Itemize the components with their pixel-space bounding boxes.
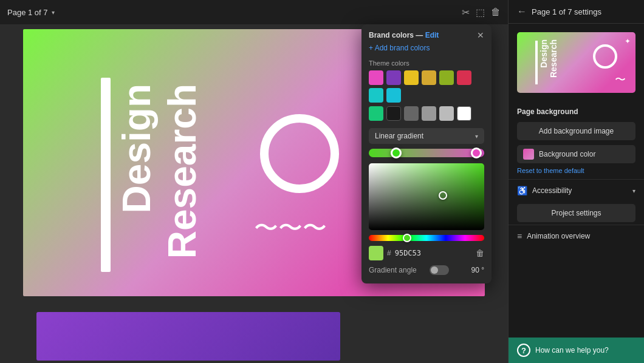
toolbar-icons: ✂ ⬚ 🗑 [462, 7, 501, 18]
help-bar[interactable]: ? How can we help you? [509, 338, 644, 363]
swatch-green[interactable] [369, 106, 383, 121]
picker-cursor[interactable] [439, 191, 447, 200]
swatch-pink[interactable] [369, 70, 383, 85]
back-arrow-icon[interactable]: ← [517, 6, 527, 17]
gradient-thumb-left[interactable] [391, 148, 402, 158]
right-panel-title: Page 1 of 7 settings [532, 7, 601, 16]
swatch-purple[interactable] [386, 70, 401, 85]
preview-circle [593, 44, 617, 69]
hex-hash-symbol: # [387, 249, 391, 257]
gradient-slider[interactable] [369, 149, 484, 157]
toggle-knob [431, 266, 438, 274]
preview-wave: 〜 [615, 72, 626, 87]
background-color-button[interactable]: Background color [517, 145, 635, 163]
theme-color-swatches [361, 70, 492, 106]
hex-input-row: # 🗑 [369, 246, 484, 260]
animation-icon: ≡ [517, 231, 522, 241]
swatch-cyan[interactable] [386, 88, 401, 103]
gradient-thumb-right[interactable] [471, 148, 482, 158]
hue-thumb[interactable] [403, 234, 411, 242]
add-brand-colors-button[interactable]: + Add brand colors [369, 44, 484, 52]
color-popup: Brand colors — Edit ✕ + Add brand colors… [361, 24, 492, 283]
swatch-black[interactable] [386, 106, 401, 121]
swatch-lightgray[interactable] [439, 106, 454, 121]
swatch-teal[interactable] [369, 88, 383, 103]
popup-header: Brand colors — Edit ✕ [361, 24, 492, 44]
page-label: Page 1 of 7 [7, 8, 48, 17]
page2-gradient [36, 312, 340, 361]
page2-thumbnail[interactable] [36, 312, 340, 361]
gradient-type-dropdown[interactable]: Linear gradient ▾ [369, 128, 484, 144]
slide-circle [260, 114, 339, 193]
magic-icon[interactable]: ✦ [625, 37, 631, 46]
swatch-red[interactable] [457, 70, 471, 85]
preview-design-text: Design [539, 39, 549, 68]
preview-research-text: Research [549, 39, 558, 78]
reset-to-theme-default-link[interactable]: Reset to theme default [509, 166, 644, 179]
accessibility-icon: ♿ [517, 186, 527, 195]
swatch-medgray[interactable] [422, 106, 436, 121]
gradient-angle-row: Gradient angle 90 ° [369, 265, 484, 275]
right-panel-header: ← Page 1 of 7 settings [509, 0, 644, 24]
bg-color-label: Background color [539, 150, 595, 158]
edit-link[interactable]: Edit [425, 31, 439, 39]
swatch-darkgray[interactable] [404, 106, 419, 121]
help-text: How can we help you? [535, 346, 609, 355]
delete-icon[interactable]: 🗑 [491, 7, 501, 18]
help-icon: ? [517, 344, 530, 357]
slide-research-text: Research [163, 84, 202, 259]
theme-colors-label: Theme colors [361, 57, 492, 70]
accessibility-accordion[interactable]: ♿ Accessibility ▾ [509, 179, 644, 202]
gradient-angle-label: Gradient angle [369, 266, 417, 274]
right-panel: ← Page 1 of 7 settings Design Research 〜… [508, 0, 644, 363]
swatch-yellow[interactable] [404, 70, 419, 85]
preview-design-bar [535, 41, 538, 84]
accessibility-left: ♿ Accessibility [517, 186, 572, 195]
gradient-angle-value: 90 ° [462, 266, 484, 274]
slide-white-bar [101, 78, 111, 272]
hex-trash-icon[interactable]: 🗑 [476, 248, 484, 258]
swatch-white[interactable] [457, 106, 471, 121]
slide-design-text: Design [117, 84, 156, 213]
swatch-orange[interactable] [422, 70, 436, 85]
main-canvas-area: Page 1 of 7 ▾ ✂ ⬚ 🗑 Design Research 〜〜〜 … [0, 0, 508, 363]
duplicate-icon[interactable]: ⬚ [476, 7, 485, 18]
add-background-image-button[interactable]: Add background image [517, 122, 635, 140]
scissors-icon[interactable]: ✂ [462, 7, 470, 18]
dropdown-arrow-icon: ▾ [475, 133, 478, 140]
gradient-angle-toggle[interactable] [430, 265, 449, 275]
page-preview-thumbnail[interactable]: Design Research 〜 ✦ [517, 32, 635, 93]
hex-input-field[interactable] [395, 249, 444, 257]
animation-overview-label: Animation overview [527, 232, 590, 240]
page-background-title: Page background [509, 101, 644, 120]
page-selector[interactable]: Page 1 of 7 ▾ [7, 8, 55, 17]
theme-color-swatches-row2 [361, 106, 492, 124]
accessibility-label: Accessibility [532, 186, 572, 195]
accessibility-arrow-icon: ▾ [632, 188, 635, 194]
color-picker-saturation[interactable] [369, 163, 484, 230]
top-bar: Page 1 of 7 ▾ ✂ ⬚ 🗑 [0, 0, 508, 24]
bg-color-swatch [523, 149, 534, 160]
hex-color-preview [369, 246, 383, 260]
slide-wave-icon: 〜〜〜 [254, 211, 327, 245]
popup-title: Brand colors — Edit [369, 31, 439, 39]
project-settings-button[interactable]: Project settings [517, 204, 635, 222]
close-button[interactable]: ✕ [477, 30, 484, 40]
page-chevron-icon: ▾ [52, 9, 55, 16]
hue-slider[interactable] [369, 235, 484, 241]
swatch-olive[interactable] [439, 70, 454, 85]
animation-left: ≡ Animation overview [517, 231, 590, 241]
animation-overview-accordion[interactable]: ≡ Animation overview [509, 225, 644, 247]
